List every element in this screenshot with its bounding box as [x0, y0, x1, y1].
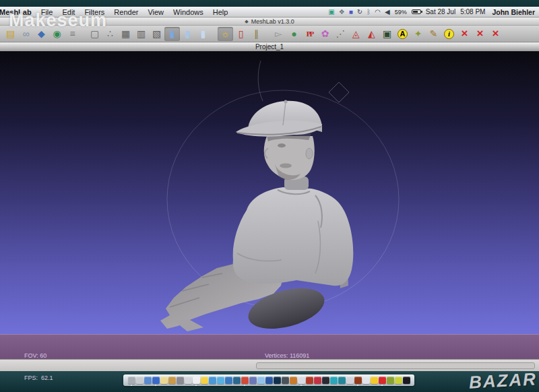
delete-current-mesh-icon[interactable]: × [457, 27, 472, 41]
label-toggle-icon[interactable]: A [395, 27, 410, 41]
dock-icon-19[interactable] [282, 377, 289, 384]
app-status-icon[interactable]: ▣ [328, 9, 334, 15]
points-render-icon-glyph: ∴ [107, 29, 113, 38]
label-toggle-icon-glyph: A [398, 29, 408, 39]
watermark-bazar: BAZAR [468, 368, 537, 392]
delete-all-mesh-icon[interactable]: × [472, 27, 488, 41]
dock-icon-14[interactable] [241, 377, 249, 384]
flatlines-render-icon[interactable]: ▥ [133, 27, 149, 41]
dock-icon-30[interactable] [371, 377, 378, 384]
wireframe-render-icon-glyph: ▦ [121, 29, 130, 38]
delete-all-mesh-icon-glyph: × [477, 29, 484, 38]
light-toggle-icon[interactable]: ☼ [218, 27, 233, 41]
points-shade-icon[interactable]: ▮ [195, 27, 211, 41]
wifi-icon[interactable]: ◠ [375, 9, 381, 15]
screenshot-region-icon[interactable]: ▣ [379, 27, 395, 41]
dock-icon-8[interactable] [193, 377, 200, 384]
dock-icon-1[interactable] [136, 377, 144, 384]
menu-date[interactable]: Sat 28 Jul [426, 8, 455, 15]
dock-icon-34[interactable] [403, 377, 410, 384]
dock-icon-24[interactable] [322, 377, 329, 384]
dock-icon-17[interactable] [265, 377, 273, 384]
dock-shelf [123, 374, 414, 386]
dock-icon-33[interactable] [395, 377, 402, 384]
radiance-scaling-icon[interactable]: PP [302, 27, 317, 41]
menu-windows[interactable]: Windows [173, 8, 203, 16]
point-picking-icon[interactable]: ⋰ [333, 27, 348, 41]
close-project-icon[interactable]: × [488, 27, 503, 41]
shader-icon[interactable]: ✦ [410, 27, 426, 41]
dock-icon-5[interactable] [168, 377, 176, 384]
dock-icon-28[interactable] [354, 377, 362, 384]
shader-icon-glyph: ✦ [414, 29, 422, 38]
time-machine-icon[interactable]: ↻ [357, 9, 362, 15]
dock-icon-15[interactable] [249, 377, 257, 384]
menu-view[interactable]: View [148, 8, 164, 16]
volume-icon[interactable]: ◀ [385, 9, 390, 15]
dock-icon-26[interactable] [338, 377, 346, 384]
wireframe-render-icon[interactable]: ▦ [118, 27, 133, 41]
menu-time[interactable]: 5:08 PM [460, 8, 485, 15]
battery-icon[interactable] [412, 9, 421, 14]
dock-icon-6[interactable] [177, 377, 184, 384]
dock-icon-7[interactable] [185, 377, 192, 384]
dock-icon-29[interactable] [362, 377, 370, 384]
ear [306, 148, 313, 159]
trackball-meridian [258, 61, 263, 101]
dock-icon-11[interactable] [217, 377, 224, 384]
menu-status-area: ▣❖■↻ᛒ◠◀ 59% Sat 28 Jul 5:08 PM John Bieh… [328, 8, 535, 16]
dock-icon-9[interactable] [201, 377, 208, 384]
trackball-handle-diamond [329, 82, 349, 102]
dock-icon-4[interactable] [160, 377, 168, 384]
dock-icon-31[interactable] [379, 377, 386, 384]
dock-icon-32[interactable] [387, 377, 394, 384]
eye-shadow [278, 143, 286, 148]
dock-icon-22[interactable] [306, 377, 313, 384]
dock-icon-2[interactable] [144, 377, 152, 384]
meshlab-window-icon: ◆ [245, 19, 248, 24]
dock-running-dot [300, 385, 302, 386]
tab-project-1[interactable]: Project_1 [255, 43, 284, 51]
dock-icon-27[interactable] [346, 377, 354, 384]
display-app-icon[interactable]: ■ [349, 9, 353, 15]
measure-tool-icon[interactable]: ∥ [249, 27, 264, 41]
close-project-icon-glyph: × [493, 29, 499, 38]
color-wheel-icon[interactable]: ✿ [317, 27, 333, 41]
points-shade-icon-glyph: ▮ [201, 29, 206, 38]
menu-help[interactable]: Help [213, 8, 228, 16]
dock-icon-21[interactable] [298, 377, 305, 384]
info-icon[interactable]: i [441, 27, 457, 41]
menu-render[interactable]: Render [114, 8, 138, 16]
paint-tool-icon[interactable]: ✎ [426, 27, 441, 41]
texture-toggle-icon[interactable]: ▯ [233, 27, 249, 41]
dock-icon-3[interactable] [152, 377, 160, 384]
dock-icon-16[interactable] [257, 377, 265, 384]
bluetooth-icon[interactable]: ᛒ [367, 9, 371, 15]
flat-shade-icon[interactable]: ▮ [180, 27, 195, 41]
edit-mesh-icon-glyph: ◭ [368, 29, 375, 38]
manipulator-icon[interactable]: ▻ [271, 27, 286, 41]
spaces-icon[interactable]: ❖ [339, 9, 345, 15]
horizontal-scrollbar-track[interactable] [256, 362, 535, 369]
dock-running-dot [244, 385, 245, 386]
quality-mapper-icon[interactable]: ◬ [348, 27, 364, 41]
dock-icon-25[interactable] [330, 377, 338, 384]
point-picking-icon-glyph: ⋰ [336, 29, 346, 38]
hiddenlines-render-icon[interactable]: ▧ [149, 27, 164, 41]
dock-icon-12[interactable] [225, 377, 232, 384]
dock-running-dot [357, 385, 358, 386]
dock-icon-0[interactable] [128, 377, 135, 384]
radiance-scaling-icon-glyph: PP [307, 29, 313, 38]
dock-icon-20[interactable] [290, 377, 297, 384]
dock-icon-23[interactable] [314, 377, 321, 384]
smooth-shade-icon[interactable]: ▮ [164, 27, 180, 41]
dock-icon-18[interactable] [274, 377, 281, 384]
color-wheel-icon-glyph: ✿ [321, 29, 329, 38]
dock-icon-10[interactable] [209, 377, 216, 384]
viewport-canvas[interactable] [0, 51, 539, 334]
edit-mesh-icon[interactable]: ◭ [364, 27, 379, 41]
dock-icon-13[interactable] [233, 377, 241, 384]
env-map-icon[interactable]: ● [286, 27, 302, 41]
mouth-shadow [280, 164, 292, 168]
user-menu[interactable]: John Biehler [492, 8, 535, 16]
